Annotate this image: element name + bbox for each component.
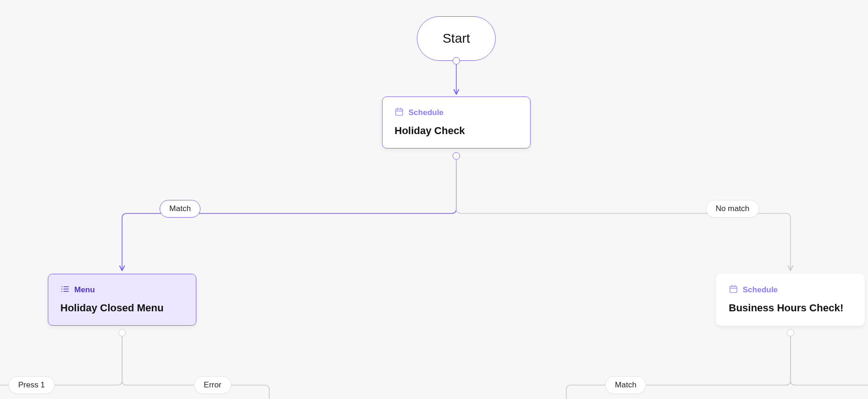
node-type-row: Schedule [729, 284, 852, 296]
port-start-out[interactable] [453, 57, 460, 64]
node-type-row: Schedule [395, 107, 518, 118]
edge-label-error[interactable]: Error [194, 376, 231, 394]
node-holiday-check[interactable]: Schedule Holiday Check [382, 97, 531, 148]
svg-rect-10 [730, 286, 737, 292]
svg-point-5 [61, 289, 62, 290]
calendar-icon [729, 284, 738, 296]
node-title: Holiday Closed Menu [60, 302, 184, 314]
node-type-label: Schedule [743, 285, 778, 295]
node-type-label: Menu [74, 285, 95, 295]
node-title: Business Hours Check! [729, 302, 852, 314]
calendar-icon [395, 107, 404, 118]
edge-label-no-match[interactable]: No match [706, 200, 759, 218]
edge-label-match[interactable]: Match [160, 200, 201, 218]
edge-label-match2[interactable]: Match [605, 376, 646, 394]
node-type-label: Schedule [408, 108, 444, 117]
node-holiday-closed-menu[interactable]: Menu Holiday Closed Menu [48, 274, 196, 326]
port-holiday-out[interactable] [453, 152, 460, 160]
menu-list-icon [60, 284, 70, 296]
port-menu-out[interactable] [118, 329, 126, 336]
edge-business-match [566, 336, 790, 399]
edge-business-right [790, 336, 868, 385]
svg-rect-0 [396, 109, 403, 115]
node-business-hours-check[interactable]: Schedule Business Hours Check! [716, 274, 865, 326]
node-type-row: Menu [60, 284, 184, 296]
start-label: Start [442, 31, 470, 46]
svg-point-6 [61, 291, 62, 292]
edge-label-press1[interactable]: Press 1 [8, 376, 55, 394]
start-node[interactable]: Start [417, 16, 496, 61]
node-title: Holiday Check [395, 125, 518, 137]
svg-point-4 [61, 286, 62, 287]
flow-canvas[interactable]: Start Schedule Holiday Check [0, 0, 868, 399]
port-business-out[interactable] [787, 329, 794, 336]
